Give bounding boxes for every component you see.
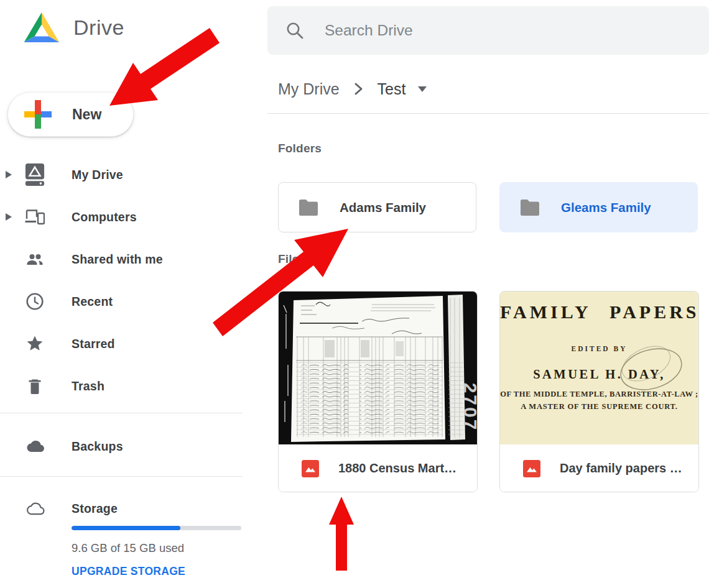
- folder-name: Gleams Family: [561, 200, 651, 215]
- sidebar-item-storage[interactable]: Storage: [0, 487, 267, 530]
- drive-triangle-icon: [22, 10, 62, 45]
- pencil-circle-annotation: [500, 292, 698, 444]
- new-button-label: New: [72, 106, 101, 123]
- folder-icon: [519, 199, 540, 216]
- folder-card-adams-family[interactable]: Adams Family: [278, 182, 476, 232]
- sidebar-divider: [0, 476, 243, 477]
- sidebar-item-computers[interactable]: Computers: [0, 196, 267, 238]
- files-heading: Files: [278, 252, 305, 266]
- sidebar-item-label: Recent: [72, 295, 113, 309]
- search-placeholder: Search Drive: [325, 22, 413, 39]
- file-label-bar: 1880 Census Mart…: [279, 444, 477, 492]
- folder-dropdown-caret-icon[interactable]: [418, 86, 427, 92]
- sidebar-nav: My Drive Computers: [0, 154, 267, 407]
- storage-progress-fill: [72, 526, 180, 530]
- drive-logo[interactable]: Drive: [22, 10, 124, 45]
- expand-caret-icon[interactable]: [6, 171, 12, 178]
- search-icon: [285, 21, 304, 40]
- census-page-number: 2707: [460, 383, 477, 432]
- sidebar-divider: [0, 413, 243, 413]
- sidebar-item-label: Backups: [72, 439, 123, 454]
- my-drive-icon: [25, 164, 45, 185]
- plus-icon: [24, 100, 52, 129]
- sidebar-item-label: My Drive: [72, 168, 123, 182]
- folder-name: Adams Family: [340, 200, 426, 215]
- annotation-arrow-census-file: [329, 497, 354, 571]
- sidebar-item-label: Shared with me: [72, 252, 163, 267]
- sidebar-item-label: Storage: [72, 502, 118, 516]
- sidebar-item-trash[interactable]: Trash: [0, 365, 267, 407]
- sidebar-item-label: Computers: [72, 210, 137, 224]
- sidebar-section-storage: Storage: [0, 487, 267, 530]
- expand-caret-icon[interactable]: [6, 213, 12, 221]
- upgrade-storage-link[interactable]: UPGRADE STORAGE: [72, 565, 185, 578]
- devices-icon: [25, 206, 45, 227]
- sidebar-item-shared-with-me[interactable]: Shared with me: [0, 238, 267, 280]
- content-divider: [267, 113, 709, 114]
- search-input[interactable]: Search Drive: [267, 6, 709, 55]
- new-button[interactable]: New: [7, 92, 134, 137]
- file-label-bar: Day family papers …: [500, 444, 698, 492]
- sidebar-item-recent[interactable]: Recent: [0, 280, 267, 323]
- sidebar-item-my-drive[interactable]: My Drive: [0, 154, 267, 196]
- file-card-day-family-papers[interactable]: FAMILY PAPERS EDITED BY SAMUEL H. DAY, O…: [499, 291, 699, 492]
- image-file-icon: [302, 460, 319, 477]
- image-file-icon: [523, 460, 540, 477]
- storage-used-text: 9.6 GB of 15 GB used: [72, 541, 184, 555]
- sidebar-item-label: Starred: [72, 337, 115, 351]
- folders-heading: Folders: [278, 142, 322, 155]
- breadcrumb: My Drive Test: [278, 75, 427, 103]
- sidebar-item-starred[interactable]: Starred: [0, 323, 267, 365]
- people-icon: [25, 249, 45, 270]
- drive-logo-text: Drive: [73, 16, 124, 40]
- file-name: 1880 Census Mart…: [338, 461, 456, 475]
- sidebar-item-label: Trash: [72, 379, 104, 393]
- sidebar-section-backups: Backups: [0, 425, 267, 467]
- cloud-filled-icon: [25, 436, 45, 457]
- google-drive-app: Drive New: [0, 0, 709, 588]
- census-thumbnail: 2707: [279, 292, 477, 444]
- breadcrumb-current-folder[interactable]: Test: [378, 80, 406, 98]
- cloud-outline-icon: [25, 498, 45, 519]
- clock-icon: [25, 291, 45, 312]
- star-icon: [25, 333, 45, 354]
- file-card-1880-census[interactable]: 2707 1880 Census Mart…: [278, 291, 478, 492]
- file-name: Day family papers …: [560, 461, 682, 475]
- folder-card-gleams-family[interactable]: Gleams Family: [499, 182, 698, 232]
- folder-icon: [298, 199, 319, 216]
- breadcrumb-my-drive[interactable]: My Drive: [278, 80, 340, 98]
- trash-icon: [25, 375, 45, 397]
- family-papers-thumbnail: FAMILY PAPERS EDITED BY SAMUEL H. DAY, O…: [500, 292, 698, 444]
- storage-progress-bar: [72, 526, 241, 530]
- sidebar-item-backups[interactable]: Backups: [0, 425, 267, 467]
- chevron-right-icon: [354, 82, 363, 96]
- sidebar: Drive New: [0, 0, 267, 588]
